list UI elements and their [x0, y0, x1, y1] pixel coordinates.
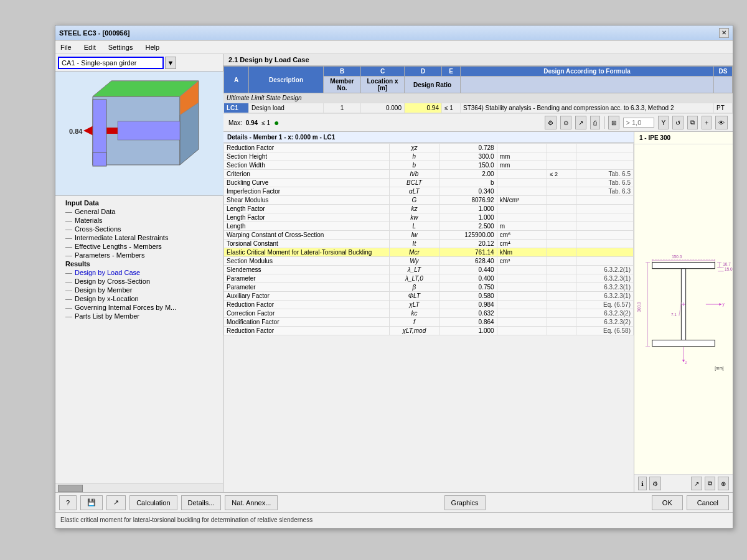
prop-sym-cell: b: [389, 161, 439, 170]
svg-rect-24: [652, 340, 715, 347]
details-button[interactable]: Details...: [181, 495, 222, 510]
tree-cross-sections[interactable]: —Cross-Sections: [55, 225, 223, 233]
tree-parameters-members[interactable]: —Parameters - Members: [55, 251, 223, 259]
prop-name-cell: Warping Constant of Cross-Section: [224, 231, 390, 240]
tree-effective-lengths[interactable]: —Effective Lengths - Members: [55, 242, 223, 251]
menu-edit[interactable]: Edit: [82, 42, 98, 52]
menu-settings[interactable]: Settings: [106, 42, 136, 52]
prop-unit-cell: [497, 309, 547, 318]
tree-parts-list[interactable]: —Parts List by Member: [55, 312, 223, 320]
graphics-button[interactable]: Graphics: [444, 495, 486, 510]
save-btn[interactable]: 💾: [80, 495, 103, 510]
print-icon-btn[interactable]: ⎙: [590, 116, 600, 129]
gear-icon-btn[interactable]: ⊙: [560, 116, 571, 129]
prop-unit-cell: [497, 318, 547, 327]
prop-name-cell: Modification Factor: [224, 318, 390, 327]
prop-extra-cell: [547, 283, 576, 292]
prop-unit-cell: cm⁶: [497, 231, 547, 240]
close-button[interactable]: ✕: [719, 28, 729, 38]
menu-help[interactable]: Help: [143, 42, 162, 52]
details-row: Reduction Factor χLT 0.984 Eq. (6.57): [224, 301, 634, 309]
prop-extra-cell: [547, 144, 576, 152]
details-row: Slenderness λ_LT 0.440 6.3.2.2(1): [224, 266, 634, 274]
svg-text:10.7: 10.7: [723, 262, 731, 266]
details-row: Reduction Factor χLT,mod 1.000 Eq. (6.58…: [224, 327, 634, 335]
diagram-export-btn[interactable]: ↗: [691, 477, 702, 490]
details-header: Details - Member 1 - x: 0.000 m - LC1: [223, 132, 634, 143]
model-3d-view: 0.84: [55, 72, 223, 196]
ratio-filter-input[interactable]: [623, 118, 654, 128]
prop-unit-cell: [497, 170, 547, 179]
details-table-scroll[interactable]: Reduction Factor χz 0.728 Section Height…: [223, 143, 634, 492]
settings-icon-btn[interactable]: ⚙: [545, 116, 557, 129]
details-row: Parameter λ_LT,0 0.400 6.3.2.3(1): [224, 274, 634, 283]
prop-unit-cell: mm: [497, 161, 547, 170]
tree-lateral-restraints[interactable]: —Intermediate Lateral Restraints: [55, 233, 223, 242]
zoom-in-btn[interactable]: +: [702, 116, 712, 129]
refresh-btn[interactable]: ↺: [672, 116, 684, 129]
design-table-area: A Description B C D E Design According t…: [223, 66, 733, 132]
nat-annex-button[interactable]: Nat. Annex...: [225, 495, 278, 510]
details-row: Imperfection Factor αLT 0.340 Tab. 6.3: [224, 187, 634, 196]
svg-text:15.0: 15.0: [725, 267, 733, 271]
prop-unit-cell: m: [497, 222, 547, 231]
diagram-settings-btn[interactable]: ⚙: [649, 477, 661, 490]
prop-extra-cell: [547, 205, 576, 213]
ds-cell: PT: [714, 103, 733, 113]
prop-ref-cell: [576, 152, 633, 161]
diagram-zoom-btn[interactable]: ⊕: [718, 477, 729, 490]
tree-design-x-location[interactable]: —Design by x-Location: [55, 294, 223, 303]
tree-design-member[interactable]: —Design by Member: [55, 286, 223, 294]
prop-extra-cell: [547, 266, 576, 274]
prop-sym-cell: Iw: [389, 231, 439, 240]
diagram-copy-btn[interactable]: ⧉: [705, 477, 715, 490]
member-cell: 1: [324, 103, 361, 113]
prop-name-cell: Section Width: [224, 161, 390, 170]
prop-name-cell: Parameter: [224, 283, 390, 292]
view-btn[interactable]: ⊞: [608, 116, 619, 129]
filter-icon-btn[interactable]: Y: [658, 116, 669, 129]
prop-sym-cell: h: [389, 152, 439, 161]
max-label: Max:: [228, 119, 242, 126]
col-member-subheader: Member No.: [324, 77, 361, 93]
ca-dropdown-arrow[interactable]: ▼: [165, 57, 176, 69]
prop-val-cell: 1.000: [439, 327, 497, 335]
prop-unit-cell: [497, 292, 547, 301]
export-btn[interactable]: ↗: [106, 495, 126, 510]
prop-sym-cell: χLT,mod: [389, 327, 439, 335]
prop-extra-cell: [547, 292, 576, 301]
diagram-info-btn[interactable]: ℹ: [638, 477, 647, 490]
details-row: Section Modulus Wy 628.40 cm³: [224, 257, 634, 266]
prop-val-cell: 0.440: [439, 266, 497, 274]
tree-general-data[interactable]: —General Data: [55, 207, 223, 216]
help-btn[interactable]: ?: [59, 495, 77, 510]
copy-btn[interactable]: ⧉: [687, 116, 698, 129]
sidebar-scrollbar[interactable]: [55, 483, 223, 492]
prop-unit-cell: [497, 301, 547, 309]
tree-design-cross-section[interactable]: —Design by Cross-Section: [55, 277, 223, 286]
cancel-button[interactable]: Cancel: [687, 495, 729, 510]
prop-val-cell: 0.984: [439, 301, 497, 309]
menu-file[interactable]: File: [58, 42, 74, 52]
formula-cell: ST364) Stability analysis - Bending and …: [461, 103, 714, 113]
prop-ref-cell: [576, 240, 633, 248]
details-row: Modification Factor f 0.864 6.3.2.3(2): [224, 318, 634, 327]
section-title: 2.1 Design by Load Case: [223, 54, 733, 66]
tree-governing-forces[interactable]: —Governing Internal Forces by M...: [55, 303, 223, 312]
tree-design-load-case[interactable]: —Design by Load Case: [55, 268, 223, 277]
prop-sym-cell: kc: [389, 309, 439, 318]
table-row[interactable]: LC1 Design load 1 0.000 0.94 ≤ 1 ST364) …: [224, 103, 733, 113]
prop-unit-cell: [497, 187, 547, 196]
prop-extra-cell: [547, 152, 576, 161]
prop-sym-cell: kz: [389, 205, 439, 213]
calculation-button[interactable]: Calculation: [129, 495, 177, 510]
ca-dropdown[interactable]: [58, 57, 164, 69]
tree-materials[interactable]: —Materials: [55, 216, 223, 225]
eye-icon-btn[interactable]: 👁: [715, 116, 728, 129]
prop-extra-cell: [547, 240, 576, 248]
prop-unit-cell: [497, 327, 547, 335]
export-icon-btn[interactable]: ↗: [575, 116, 586, 129]
ok-button[interactable]: OK: [652, 495, 683, 510]
prop-name-cell: Imperfection Factor: [224, 187, 390, 196]
prop-ref-cell: [576, 248, 633, 257]
